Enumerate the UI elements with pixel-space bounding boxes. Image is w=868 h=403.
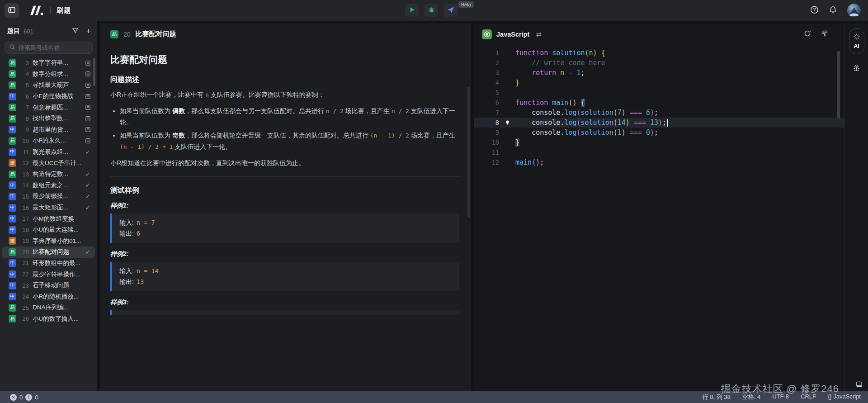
help-button[interactable]: ?	[810, 5, 819, 15]
description-scroll[interactable]: 比赛配对问题 问题描述 小R正在组织一个比赛，比赛中有 n 支队伍参赛。比赛遵循…	[100, 45, 471, 315]
problem-title: 石子移动问题	[33, 281, 82, 289]
line-number[interactable]: 2	[474, 59, 499, 66]
line-number[interactable]: 1	[474, 49, 499, 57]
submit-button[interactable]	[444, 4, 458, 17]
editor-scrollbar[interactable]	[837, 51, 840, 119]
run-button[interactable]	[405, 4, 419, 17]
sample-label: 样例2:	[110, 250, 459, 258]
problem-item[interactable]: 中16最大矩形面...✓	[2, 202, 95, 213]
editor-header: JavaScript ⇄	[474, 24, 868, 45]
problem-item[interactable]: 中21环形数组中的最...	[2, 258, 95, 269]
code-text: return n - 1;	[515, 69, 585, 77]
format-icon	[821, 30, 828, 38]
line-number[interactable]: 3	[474, 69, 499, 76]
problem-item[interactable]: 中23石子移动问题	[2, 280, 95, 291]
problem-item[interactable]: 中9超市里的货...	[2, 124, 95, 136]
difficulty-badge: 易	[9, 171, 16, 178]
problem-item[interactable]: 易4数字分组求...	[2, 69, 95, 80]
problem-item[interactable]: 中6小E的怪物挑战	[2, 91, 95, 102]
line-number[interactable]: 6	[474, 99, 499, 106]
code-line[interactable]: 2 // write code here	[474, 58, 844, 68]
line-number[interactable]: 4	[474, 79, 499, 86]
code-line[interactable]: 7 console.log(solution(7) === 6);	[474, 108, 844, 118]
code-line[interactable]: 1function solution(n) {	[474, 48, 844, 58]
problem-item[interactable]: 易8找出整型数...	[2, 113, 95, 124]
difficulty-badge: 易	[9, 81, 16, 89]
code-line[interactable]: 5	[474, 88, 844, 98]
description-scrollbar[interactable]	[467, 87, 470, 218]
problem-header: 易 20 比赛配对问题	[100, 24, 471, 45]
sidebar-toggle-button[interactable]	[5, 3, 19, 18]
problem-item[interactable]: 易3数字字符串...	[2, 57, 95, 69]
note-icon	[84, 60, 91, 66]
problem-title: 创意标题匹...	[33, 104, 82, 112]
code-editor[interactable]: 1function solution(n) {2 // write code h…	[474, 45, 844, 391]
problem-item[interactable]: 中17小M的数组变换	[2, 213, 95, 224]
line-number[interactable]: 8	[474, 119, 499, 126]
avatar[interactable]	[847, 4, 861, 17]
code-line[interactable]: 6function main() {	[474, 98, 844, 108]
problem-item[interactable]: 易20比赛配对问题✓	[2, 247, 95, 258]
line-number[interactable]: 10	[474, 139, 499, 146]
problem-item[interactable]: 中18小U的最大连续...	[2, 224, 95, 236]
problem-item[interactable]: 中24小R的随机播放...	[2, 291, 95, 302]
problem-item[interactable]: 中14数组元素之...✓	[2, 180, 95, 191]
problem-item[interactable]: 易10小F的永久...	[2, 135, 95, 147]
filter-button[interactable]	[72, 27, 79, 35]
problem-number: 3	[19, 60, 29, 66]
reset-code-button[interactable]	[804, 30, 811, 38]
line-number[interactable]: 11	[474, 149, 499, 156]
sample-block: 输入:n = 7输出:6	[110, 213, 459, 243]
line-number[interactable]: 7	[474, 109, 499, 116]
notifications-button[interactable]	[829, 5, 837, 15]
add-problem-button[interactable]: +	[86, 27, 91, 35]
code-line[interactable]: 9 console.log(solution(1) === 0);	[474, 128, 844, 137]
code-line[interactable]: 11	[474, 147, 844, 157]
problem-item[interactable]: 中11观光景点组...✓	[2, 147, 95, 158]
problem-title: 构造特定数...	[33, 170, 82, 178]
problem-header-title: 比赛配对问题	[136, 30, 176, 38]
code-line[interactable]: 10}	[474, 137, 844, 147]
rail-debug-button[interactable]	[853, 64, 860, 73]
note-icon	[84, 116, 91, 122]
problem-item[interactable]: 中22最少字符串操作...	[2, 269, 95, 280]
sidebar-scrollbar[interactable]	[93, 58, 95, 86]
sample-block	[110, 310, 459, 315]
problem-number: 19	[19, 237, 29, 244]
problems-indicator[interactable]: × 0 ! 0	[0, 394, 38, 401]
problem-item[interactable]: 中15最少前缀操...✓	[2, 191, 95, 202]
problem-item[interactable]: 难12最大UCC子串计...	[2, 157, 95, 169]
line-number[interactable]: 12	[474, 159, 499, 166]
line-number[interactable]: 5	[474, 89, 499, 96]
problem-item[interactable]: 易26小U的数字插入...	[2, 313, 95, 325]
warning-count: 0	[35, 394, 38, 401]
problem-item[interactable]: 易25DNA序列编...	[2, 302, 95, 313]
problem-item[interactable]: 易7创意标题匹...	[2, 102, 95, 113]
problem-number: 24	[19, 293, 29, 300]
problem-item[interactable]: 易13构造特定数...✓	[2, 169, 95, 180]
indent-guide	[522, 58, 522, 68]
search-input[interactable]: 搜索题号或名称	[5, 42, 93, 54]
search-placeholder: 搜索题号或名称	[19, 44, 60, 52]
switch-language-button[interactable]: ⇄	[529, 30, 542, 38]
debug-button[interactable]	[425, 4, 438, 17]
difficulty-badge: 易	[9, 137, 16, 145]
problem-item[interactable]: 难19字典序最小的01...	[2, 236, 95, 247]
console-toggle-icon[interactable]	[856, 381, 863, 389]
quick-fix-lightbulb[interactable]	[499, 120, 515, 126]
ai-assistant-button[interactable]: AI	[849, 28, 864, 54]
code-line[interactable]: 3 return n - 1;	[474, 68, 844, 78]
samples-container: 样例1:输入:n = 7输出:6样例2:输入:n = 14输出:13样例3:	[110, 202, 459, 315]
difficulty-badge: 易	[9, 70, 16, 78]
problem-number: 20	[123, 31, 131, 38]
line-number[interactable]: 9	[474, 129, 499, 136]
note-icon	[84, 82, 91, 88]
format-code-button[interactable]	[821, 30, 828, 38]
problem-number: 14	[19, 182, 29, 189]
problem-item[interactable]: 易5寻找最大葫芦	[2, 80, 95, 91]
bell-icon	[829, 5, 837, 15]
code-line[interactable]: 4}	[474, 78, 844, 88]
code-line[interactable]: 8 console.log(solution(14) === 13);	[474, 118, 844, 128]
code-line[interactable]: 12main();	[474, 157, 844, 167]
section-divider	[110, 176, 459, 177]
